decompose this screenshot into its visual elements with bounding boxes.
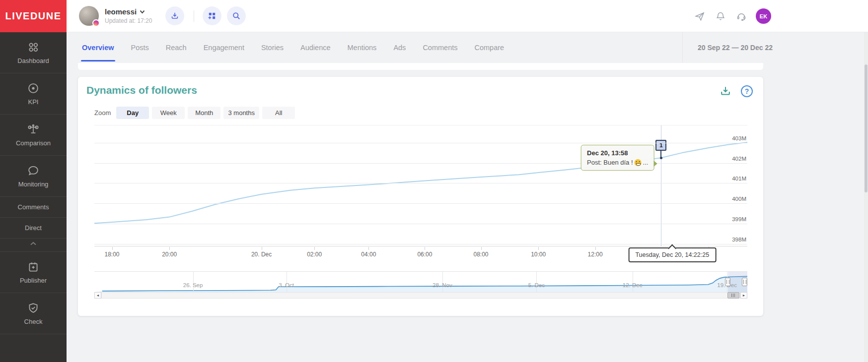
sidebar-item-label: Comments: [18, 203, 49, 211]
card-title: Dynamics of followers: [86, 84, 197, 96]
sidebar-collapse-button[interactable]: [0, 239, 67, 252]
export-button[interactable]: [165, 6, 184, 25]
y-gridline: [94, 183, 747, 183]
x-axis-label: 06:00: [417, 251, 432, 258]
navigator-date-label: 26. Sep: [183, 282, 203, 288]
tab-compare[interactable]: Compare: [466, 32, 512, 63]
y-gridline: [94, 203, 747, 204]
zoom-week-button[interactable]: Week: [152, 107, 185, 119]
x-tick: [262, 247, 262, 250]
help-icon[interactable]: ?: [740, 85, 753, 98]
sidebar-item-label: Dashboard: [17, 57, 49, 64]
y-axis-label: 403M: [717, 135, 746, 141]
navigator-date-label: 3. Oct: [279, 282, 294, 288]
sidebar-item-direct[interactable]: Direct: [0, 218, 67, 239]
account-avatar[interactable]: [79, 6, 99, 26]
y-axis-label: 398M: [717, 237, 746, 242]
scroll-right-button[interactable]: ►: [740, 292, 747, 299]
card-actions: ?: [719, 85, 753, 98]
y-gridline: [94, 224, 747, 224]
y-axis-label: 401M: [717, 176, 746, 181]
shield-check-icon: [27, 302, 40, 314]
apps-button[interactable]: [203, 6, 221, 25]
navigator-handle-right[interactable]: [742, 278, 747, 286]
search-button[interactable]: [227, 6, 246, 25]
headset-icon[interactable]: [736, 11, 747, 22]
chart-scrollbar[interactable]: ◄ ►: [94, 292, 747, 299]
tab-posts[interactable]: Posts: [123, 32, 157, 63]
x-tick: [425, 247, 425, 250]
x-axis-label: 20:00: [162, 251, 177, 258]
sidebar-item-label: Monitoring: [18, 181, 49, 188]
sidebar-item-label: Check: [24, 318, 43, 325]
zoom-label: Zoom: [94, 109, 111, 117]
tab-ads[interactable]: Ads: [385, 32, 414, 63]
y-gridline: [94, 244, 747, 244]
user-avatar[interactable]: EK: [756, 8, 771, 24]
chart-tooltip: Dec 20, 13:58 Post: Buen día ! ...: [581, 145, 654, 171]
tab-overview[interactable]: Overview: [73, 32, 123, 63]
y-axis-label: 399M: [717, 216, 746, 222]
navigator-date-label: 12. Dec: [623, 282, 643, 288]
tab-mentions[interactable]: Mentions: [339, 32, 385, 63]
tab-engagement[interactable]: Engagement: [195, 32, 253, 63]
sidebar-item-kpi[interactable]: KPI: [0, 73, 67, 115]
send-icon[interactable]: [694, 11, 705, 22]
page-scrollbar-thumb[interactable]: [865, 64, 868, 192]
zoom-all-button[interactable]: All: [262, 107, 295, 119]
x-tick: [481, 247, 482, 250]
previous-card-bottom: [78, 63, 763, 70]
x-tick: [169, 247, 170, 250]
range-navigator[interactable]: 26. Sep3. Oct28. Nov5. Dec12. Dec19. Dec: [94, 271, 747, 292]
scroll-left-button[interactable]: ◄: [94, 292, 101, 299]
zoom-controls: Zoom DayWeekMonth3 monthsAll: [94, 107, 295, 119]
sidebar-item-publisher[interactable]: Publisher: [0, 252, 67, 293]
page-scrollbar[interactable]: [864, 32, 868, 362]
bell-icon[interactable]: [715, 11, 726, 22]
apps-grid-plus-icon: [207, 11, 217, 21]
chart-scrollbar-track[interactable]: [101, 292, 740, 299]
sidebar-item-comparison[interactable]: Comparison: [0, 115, 67, 156]
sidebar-item-monitoring[interactable]: Monitoring: [0, 156, 67, 197]
export-chart-icon[interactable]: [719, 85, 732, 98]
tab-comments[interactable]: Comments: [414, 32, 466, 63]
post-flag-marker[interactable]: 1: [655, 140, 666, 151]
sidebar-item-check[interactable]: Check: [0, 293, 67, 334]
y-gridline: [94, 143, 747, 143]
y-axis-label: 400M: [717, 196, 746, 202]
sidebar-item-dashboard[interactable]: Dashboard: [0, 32, 67, 73]
account-switcher[interactable]: leomessi Updated at: 17:20: [79, 6, 152, 26]
chevron-up-icon: [30, 241, 37, 246]
search-icon: [231, 11, 241, 21]
x-axis-label: 04:00: [361, 251, 376, 258]
x-tick: [112, 247, 113, 250]
tab-reach[interactable]: Reach: [157, 32, 195, 63]
zoom-month-button[interactable]: Month: [188, 107, 220, 119]
followers-chart-plot[interactable]: 1 Dec 20, 13:58 Post: Buen día ! ... 403…: [94, 125, 747, 246]
zoom-3-months-button[interactable]: 3 months: [223, 107, 259, 119]
x-tick: [314, 247, 315, 250]
navigator-handle-left[interactable]: [725, 278, 730, 286]
sidebar-item-label: KPI: [28, 98, 39, 106]
hovered-point-marker: [660, 157, 662, 159]
x-axis-label: 12:00: [588, 251, 603, 258]
navigator-date-label: 28. Nov: [433, 282, 452, 288]
livedune-logo[interactable]: LIVEDUNE: [0, 0, 67, 32]
grinning-face-emoji: [635, 159, 642, 166]
crosshair-date-label: Tuesday, Dec 20, 14:22:25: [628, 247, 716, 262]
account-name: leomessi: [105, 7, 137, 16]
tab-stories[interactable]: Stories: [253, 32, 292, 63]
updated-at: Updated at: 17:20: [105, 17, 152, 24]
x-axis-label: 10:00: [531, 251, 546, 258]
x-tick: [538, 247, 539, 250]
chart-scrollbar-thumb[interactable]: [727, 292, 739, 299]
x-axis-label: 18:00: [104, 251, 119, 258]
followers-line-series: [94, 125, 747, 247]
header-divider: [194, 10, 194, 22]
download-icon: [170, 11, 180, 21]
zoom-day-button[interactable]: Day: [116, 107, 149, 119]
date-range-picker[interactable]: 20 Sep 22 — 20 Dec 22: [682, 32, 773, 63]
tab-audience[interactable]: Audience: [292, 32, 339, 63]
grid-dots-icon: [27, 41, 40, 54]
sidebar-item-comments[interactable]: Comments: [0, 197, 67, 218]
